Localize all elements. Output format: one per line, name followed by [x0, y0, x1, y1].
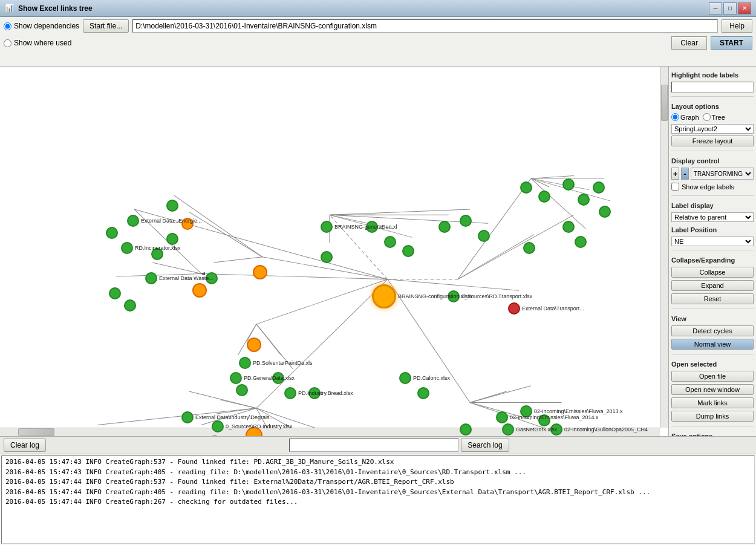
node-n10[interactable]: [124, 299, 136, 312]
node-n23[interactable]: [308, 387, 321, 399]
label-position-select[interactable]: NE: [671, 237, 754, 246]
radio-group-where-used: Show where used: [4, 39, 71, 47]
node-n46[interactable]: [520, 405, 532, 417]
node-n6[interactable]: [166, 233, 178, 245]
zoom-in-button[interactable]: +: [671, 168, 679, 180]
close-button[interactable]: ✕: [738, 2, 751, 15]
show-where-used-label: Show where used: [14, 39, 71, 47]
node-n4[interactable]: [166, 200, 178, 212]
layout-algorithm-select[interactable]: SpringLayout2: [671, 124, 754, 134]
show-where-used-radio[interactable]: [4, 39, 11, 47]
node-n54[interactable]: [181, 411, 194, 423]
node-central[interactable]: [372, 284, 396, 308]
node-n39[interactable]: [578, 194, 590, 206]
node-n7[interactable]: [151, 248, 163, 260]
node-n44[interactable]: [523, 242, 535, 254]
transform-select[interactable]: TRANSFORMING: [691, 168, 754, 180]
node-n24[interactable]: [399, 372, 411, 384]
node-n11[interactable]: [192, 283, 207, 298]
node-n38[interactable]: [562, 178, 575, 191]
svg-line-20: [220, 400, 256, 408]
window-controls[interactable]: ─ □ ✕: [709, 2, 751, 15]
node-n17[interactable]: [236, 384, 248, 396]
expand-button[interactable]: Expand: [671, 280, 754, 291]
node-n43[interactable]: [575, 236, 587, 248]
vertical-scrollbar[interactable]: [660, 67, 668, 428]
freeze-layout-button[interactable]: Freeze layout: [671, 135, 754, 146]
node-n42[interactable]: [562, 221, 575, 233]
node-n33[interactable]: [478, 230, 490, 242]
display-label: Display control: [671, 157, 754, 165]
dump-links-button[interactable]: Dump links: [671, 411, 754, 422]
label-display-select[interactable]: Relative to parent: [671, 212, 754, 222]
graph-area[interactable]: BRAINSNG-configuration.xlsmExternal Data…: [0, 67, 668, 436]
mark-links-button[interactable]: Mark links: [671, 397, 754, 408]
node-n9[interactable]: [109, 287, 121, 299]
start-button[interactable]: START: [711, 36, 752, 50]
main-container: Show dependencies Start file... Help Sho…: [0, 17, 756, 545]
clear-button[interactable]: Clear: [671, 36, 707, 50]
file-path-input[interactable]: [132, 19, 718, 33]
help-button[interactable]: Help: [722, 19, 752, 33]
toolbar: Show dependencies Start file... Help Sho…: [0, 17, 756, 67]
open-file-button[interactable]: Open file: [671, 371, 754, 382]
detect-cycles-button[interactable]: Detect cycles: [671, 325, 754, 336]
node-n48[interactable]: [502, 423, 514, 436]
node-n16[interactable]: [230, 372, 242, 384]
clear-log-button[interactable]: Clear log: [4, 439, 46, 452]
minimize-button[interactable]: ─: [709, 2, 722, 15]
maximize-button[interactable]: □: [723, 2, 737, 15]
layout-tree-radio[interactable]: Tree: [703, 113, 725, 121]
highlight-input[interactable]: [671, 82, 754, 93]
node-n41[interactable]: [599, 206, 611, 218]
graph-svg: [0, 67, 668, 436]
divider-7: [671, 426, 754, 426]
node-n27[interactable]: [321, 251, 333, 263]
open-new-window-button[interactable]: Open new window: [671, 384, 754, 395]
node-n55[interactable]: [212, 420, 224, 432]
node-n1[interactable]: [127, 215, 139, 227]
zoom-out-button[interactable]: -: [681, 168, 689, 180]
log-search-input[interactable]: [289, 439, 458, 452]
node-n5[interactable]: [181, 218, 194, 230]
svg-line-13: [189, 212, 262, 257]
node-n49[interactable]: [550, 423, 562, 436]
reset-button[interactable]: Reset: [671, 293, 754, 304]
node-n26[interactable]: [321, 221, 333, 233]
normal-view-button[interactable]: Normal view: [671, 339, 754, 350]
svg-line-3: [330, 215, 388, 279]
layout-graph-radio[interactable]: Graph: [671, 113, 699, 121]
node-n36[interactable]: [520, 181, 532, 194]
node-n34[interactable]: [448, 290, 460, 302]
node-n3[interactable]: [121, 242, 133, 254]
start-file-button[interactable]: Start file...: [83, 19, 129, 33]
log-content: 2016-04-05 15:47:43 INFO CreateGraph:537…: [1, 455, 755, 544]
node-n22[interactable]: [272, 372, 284, 384]
svg-line-29: [458, 178, 531, 279]
node-n35[interactable]: [508, 302, 520, 315]
node-n30[interactable]: [402, 245, 414, 257]
edge-labels-checkbox[interactable]: [671, 183, 679, 191]
node-n21[interactable]: [284, 387, 296, 399]
node-n45[interactable]: [496, 411, 508, 423]
node-n28[interactable]: [366, 221, 378, 233]
node-n15[interactable]: [239, 357, 251, 369]
node-n40[interactable]: [593, 181, 605, 194]
node-n37[interactable]: [538, 191, 550, 203]
node-n13[interactable]: [253, 265, 267, 279]
app-icon: 📊: [5, 4, 15, 13]
node-n8[interactable]: [145, 272, 157, 284]
node-n53[interactable]: [460, 423, 472, 436]
node-n32[interactable]: [460, 215, 472, 227]
node-n2[interactable]: [106, 227, 118, 239]
collapse-button[interactable]: Collapse: [671, 267, 754, 278]
node-n12[interactable]: [206, 272, 218, 284]
show-dependencies-radio[interactable]: [4, 22, 11, 30]
node-n31[interactable]: [438, 221, 451, 233]
node-n14[interactable]: [247, 338, 261, 352]
node-n25[interactable]: [417, 387, 429, 399]
log-line-2: 2016-04-05 15:47:43 INFO CreateGraph:405…: [5, 468, 751, 478]
node-n29[interactable]: [384, 236, 396, 248]
node-n47[interactable]: [538, 414, 550, 426]
search-log-button[interactable]: Search log: [461, 439, 509, 452]
